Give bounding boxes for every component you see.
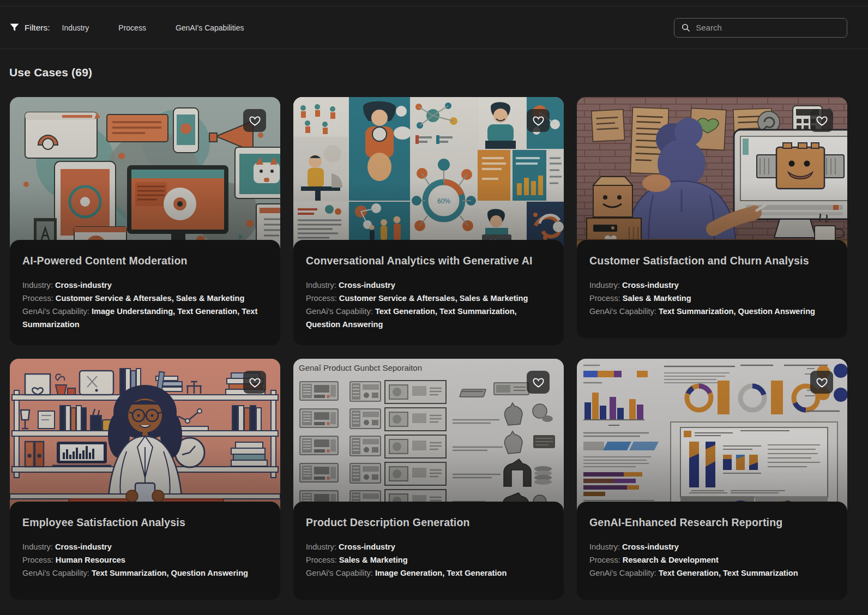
card-title: Employee Satisfaction Analysis [22, 516, 267, 529]
heart-icon [532, 376, 545, 389]
capability-value: Image Generation, Text Generation [375, 569, 507, 577]
card-industry: Industry: Cross-industry [589, 540, 834, 553]
industry-label: Industry: [22, 542, 53, 551]
capability-label: GenAi's Capability: [306, 569, 373, 577]
industry-value: Cross-industry [622, 281, 679, 290]
funnel-icon [9, 22, 20, 33]
favorite-button[interactable] [527, 109, 550, 132]
filter-toolbar: Filters: Industry Process GenAI's Capabi… [0, 6, 868, 49]
process-label: Process: [589, 294, 620, 303]
filter-genai-capabilities[interactable]: GenAI's Capabilities [176, 19, 244, 37]
process-value: Customer Service & Aftersales, Sales & M… [339, 294, 528, 303]
card-industry: Industry: Cross-industry [22, 540, 267, 553]
card-image [577, 97, 847, 251]
process-label: Process: [306, 294, 337, 303]
industry-label: Industry: [589, 542, 620, 551]
card-process: Process: Customer Service & Aftersales, … [306, 292, 551, 305]
favorite-button[interactable] [243, 109, 266, 132]
card-image [10, 97, 280, 251]
use-case-card[interactable]: GenAI-Enhanced Research Reporting Indust… [577, 359, 847, 600]
favorite-button[interactable] [810, 109, 833, 132]
process-label: Process: [306, 556, 337, 564]
card-body: AI-Powered Content Moderation Industry: … [10, 240, 280, 345]
process-value: Research & Development [623, 556, 719, 564]
capability-value: Text Summarization, Question Answering [659, 307, 815, 316]
process-value: Sales & Marketing [623, 294, 691, 303]
card-title: GenAI-Enhanced Research Reporting [589, 516, 834, 529]
process-value: Customer Service & Aftersales, Sales & M… [56, 294, 245, 303]
industry-label: Industry: [22, 281, 53, 290]
illustration-customer-churn [577, 97, 847, 251]
capability-label: GenAi's Capability: [306, 307, 373, 316]
search-box[interactable] [674, 18, 847, 38]
use-case-card[interactable]: Customer Satisfaction and Churn Analysis… [577, 97, 847, 345]
use-case-card[interactable]: 60% [293, 97, 564, 345]
illustration-employee-satisfaction [10, 359, 280, 512]
card-body: Product Description Generation Industry:… [293, 502, 564, 600]
heart-icon [249, 376, 261, 389]
search-icon [681, 22, 690, 33]
card-capability: GenAi's Capability: Image Understanding,… [22, 305, 267, 331]
process-label: Process: [22, 294, 53, 303]
industry-value: Cross-industry [339, 281, 395, 290]
heart-icon [532, 114, 545, 127]
illustration-content-moderation [10, 97, 280, 251]
filter-options: Industry Process GenAI's Capabilities [62, 19, 274, 37]
industry-label: Industry: [306, 281, 336, 290]
industry-value: Cross-industry [339, 542, 395, 551]
capability-value: Text Summarization, Question Answering [92, 569, 248, 577]
card-capability: GenAi's Capability: Image Generation, Te… [306, 566, 551, 580]
card-process: Process: Sales & Marketing [306, 553, 551, 566]
card-capability: GenAi's Capability: Text Generation, Tex… [306, 305, 551, 331]
use-case-card[interactable]: Employee Satisfaction Analysis Industry:… [10, 359, 280, 600]
use-case-card[interactable]: AI-Powered Content Moderation Industry: … [10, 97, 280, 345]
card-process: Process: Customer Service & Aftersales, … [22, 292, 267, 305]
favorite-button[interactable] [243, 371, 266, 394]
card-body: Customer Satisfaction and Churn Analysis… [577, 240, 847, 338]
svg-text:60%: 60% [437, 197, 450, 205]
card-process: Process: Research & Development [589, 553, 834, 566]
card-capability: GenAi's Capability: Text Summarization, … [22, 566, 267, 580]
card-process: Process: Human Resources [22, 553, 267, 566]
card-industry: Industry: Cross-industry [589, 279, 834, 292]
card-process: Process: Sales & Marketing [589, 292, 834, 305]
use-case-grid: AI-Powered Content Moderation Industry: … [10, 97, 847, 600]
filter-industry[interactable]: Industry [62, 19, 89, 37]
card-body: Conversational Analytics with Generative… [293, 240, 564, 345]
heart-icon [816, 114, 828, 127]
filters-label-group: Filters: [9, 22, 50, 33]
image-caption: Genaî Product Gunbct Seporaiton [299, 363, 422, 372]
card-image [10, 359, 280, 512]
capability-label: GenAi's Capability: [589, 569, 656, 577]
industry-value: Cross-industry [55, 542, 112, 551]
card-body: GenAI-Enhanced Research Reporting Indust… [577, 502, 847, 600]
card-title: Conversational Analytics with Generative… [306, 255, 551, 267]
illustration-product-grid: Genaî Product Gunbct Seporaiton [293, 359, 564, 512]
process-label: Process: [22, 556, 53, 564]
favorite-button[interactable] [810, 371, 833, 394]
card-capability: GenAi's Capability: Text Generation, Tex… [589, 566, 834, 580]
industry-value: Cross-industry [622, 542, 679, 551]
use-case-card[interactable]: Genaî Product Gunbct Seporaiton [293, 359, 564, 600]
industry-label: Industry: [306, 542, 336, 551]
card-image [577, 359, 847, 512]
card-industry: Industry: Cross-industry [22, 279, 267, 292]
card-image: Genaî Product Gunbct Seporaiton [293, 359, 564, 512]
process-label: Process: [589, 556, 620, 564]
favorite-button[interactable] [527, 371, 550, 394]
card-industry: Industry: Cross-industry [306, 279, 551, 292]
search-input[interactable] [696, 23, 840, 32]
card-image: 60% [293, 97, 564, 251]
heart-icon [249, 114, 261, 127]
capability-label: GenAi's Capability: [589, 307, 656, 316]
card-body: Employee Satisfaction Analysis Industry:… [10, 502, 280, 600]
card-title: Product Description Generation [306, 516, 551, 529]
card-title: AI-Powered Content Moderation [22, 255, 267, 267]
illustration-research-dashboard [577, 359, 847, 512]
card-industry: Industry: Cross-industry [306, 540, 551, 553]
card-title: Customer Satisfaction and Churn Analysis [589, 255, 834, 267]
page-title: Use Cases (69) [9, 66, 868, 79]
process-value: Human Resources [56, 556, 125, 564]
industry-label: Industry: [589, 281, 620, 290]
filter-process[interactable]: Process [118, 19, 146, 37]
